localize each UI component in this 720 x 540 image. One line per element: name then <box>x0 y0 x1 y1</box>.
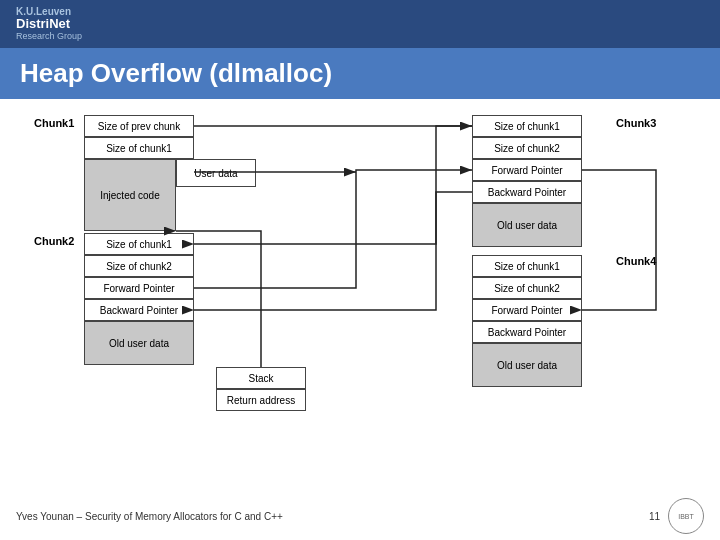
cell-c4-chunk1size: Size of chunk1 <box>472 255 582 277</box>
cell-c2-chunk2size: Size of chunk2 <box>84 255 194 277</box>
cell-chunk1-size: Size of chunk1 <box>84 137 194 159</box>
logo: K.U.Leuven DistriNet Research Group <box>16 6 82 41</box>
title-bar: Heap Overflow (dlmalloc) <box>0 48 720 99</box>
footer-logo: IBBT <box>668 498 704 534</box>
cell-c2-fwd: Forward Pointer <box>84 277 194 299</box>
stack-area: Stack <box>216 367 306 389</box>
chunk3-label: Chunk3 <box>616 117 656 129</box>
cell-injected: Injected code <box>84 159 176 231</box>
cell-c3-fwd: Forward Pointer <box>472 159 582 181</box>
cell-prev-chunk: Size of prev chunk <box>84 115 194 137</box>
cell-c3-olduserdata: Old user data <box>472 203 582 247</box>
logo-sub: Research Group <box>16 32 82 42</box>
diagram-area: Chunk1 Size of prev chunk Size of chunk1… <box>16 107 704 525</box>
cell-c2-olduserdata: Old user data <box>84 321 194 365</box>
header: K.U.Leuven DistriNet Research Group <box>0 0 720 48</box>
cell-c4-bwd: Backward Pointer <box>472 321 582 343</box>
main-content: Chunk1 Size of prev chunk Size of chunk1… <box>0 99 720 529</box>
cell-c2-chunk1size: Size of chunk1 <box>84 233 194 255</box>
footer-author: Yves Younan – Security of Memory Allocat… <box>16 511 283 522</box>
chunk2-label: Chunk2 <box>34 235 74 247</box>
chunk4-label: Chunk4 <box>616 255 656 267</box>
page-title: Heap Overflow (dlmalloc) <box>20 58 700 89</box>
cell-c4-fwd: Forward Pointer <box>472 299 582 321</box>
cell-c3-chunk2size: Size of chunk2 <box>472 137 582 159</box>
cell-c2-bwd: Backward Pointer <box>84 299 194 321</box>
cell-c3-bwd: Backward Pointer <box>472 181 582 203</box>
return-address-cell: Return address <box>216 389 306 411</box>
cell-c3-chunk1size: Size of chunk1 <box>472 115 582 137</box>
footer: Yves Younan – Security of Memory Allocat… <box>0 498 720 534</box>
cell-c4-olduserdata: Old user data <box>472 343 582 387</box>
logo-mark: K.U.Leuven DistriNet Research Group <box>16 6 82 41</box>
chunk1-label: Chunk1 <box>34 117 74 129</box>
page-number: 11 <box>649 511 660 522</box>
cell-c4-chunk2size: Size of chunk2 <box>472 277 582 299</box>
cell-userdata: User data <box>176 159 256 187</box>
logo-text: DistriNet <box>16 17 82 31</box>
